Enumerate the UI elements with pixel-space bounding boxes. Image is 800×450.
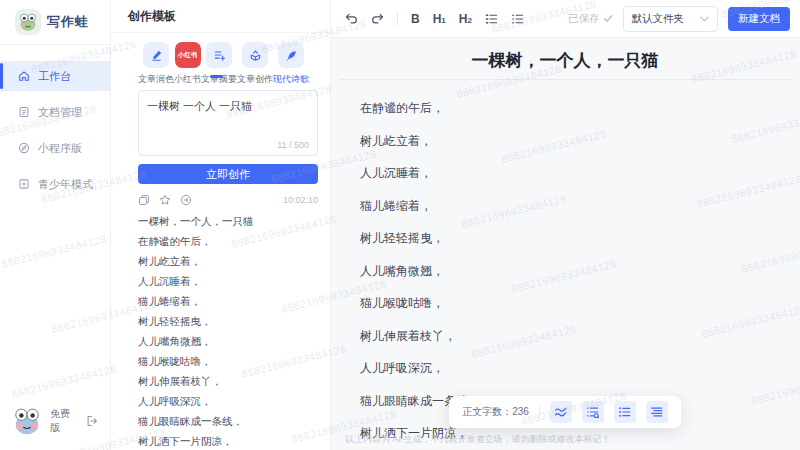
save-status: 已保存 — [568, 12, 613, 26]
paragraph: 在静谧的午后， — [360, 102, 800, 114]
floating-ai-toolbar: 正文字数：236 — [449, 396, 681, 428]
paragraph: 树儿轻轻摇曳， — [360, 232, 800, 244]
tabs-scroll-indicator — [210, 75, 223, 78]
folder-select[interactable]: 默认文件夹 — [623, 6, 719, 32]
create-now-button[interactable]: 立即创作 — [138, 164, 318, 184]
panel-title: 创作模板 — [110, 0, 330, 33]
document-body: 在静谧的午后， 树儿屹立着， 人儿沉睡着， 猫儿蜷缩着， 树儿轻轻摇曳， 人儿嘴… — [330, 80, 800, 439]
sidebar-item-miniapp[interactable]: 小程序版 — [0, 133, 110, 163]
template-panel: 创作模板 文章润色 小红书 小红书 文章摘要 文章创作 — [110, 0, 331, 450]
star-icon[interactable] — [159, 194, 171, 206]
result-line: 在静谧的午后， — [138, 236, 318, 247]
summarize-icon[interactable] — [582, 401, 604, 423]
ordered-list-icon[interactable] — [485, 13, 498, 25]
teen-mode-icon — [18, 178, 30, 190]
result-line: 猫儿喉咙咕噜， — [138, 356, 318, 367]
folder-select-value: 默认文件夹 — [632, 12, 685, 26]
bold-icon[interactable]: B — [411, 13, 420, 25]
xiaohongshu-icon: 小红书 — [175, 42, 201, 68]
result-lines: 一棵树，一个人，一只猫 在静谧的午后， 树儿屹立着， 人儿沉睡着， 猫儿蜷缩着，… — [138, 216, 318, 447]
ai-disclaimer: 以上内容为 AI 生成，不代表开发者立场，请勿删除或修改本标记！ — [345, 433, 611, 446]
continue-writing-icon[interactable] — [550, 401, 572, 423]
result-line: 人儿呼吸深沉， — [138, 396, 318, 407]
prompt-input[interactable]: 一棵树 一个人 一只猫 — [139, 91, 317, 137]
copy-icon[interactable] — [138, 194, 150, 206]
result-line: 树儿屹立着， — [138, 256, 318, 267]
compass-icon — [18, 142, 30, 154]
toolbar-divider — [539, 406, 540, 419]
home-icon — [18, 70, 30, 82]
sidebar-item-label: 青少年模式 — [38, 177, 93, 192]
tab-polish[interactable]: 文章润色 — [138, 42, 174, 86]
logout-icon[interactable] — [86, 415, 98, 427]
insert-arrow-icon[interactable] — [180, 194, 192, 206]
paragraph: 猫儿蜷缩着， — [360, 200, 800, 212]
sidebar-item-label: 文档管理 — [38, 105, 82, 120]
toolbar-divider — [397, 12, 398, 26]
paragraph: 树儿屹立着， — [360, 135, 800, 147]
template-tabs: 文章润色 小红书 小红书 文章摘要 文章创作 现代诗歌 — [110, 33, 330, 86]
summary-list-icon — [206, 42, 232, 68]
chevron-down-icon — [700, 16, 709, 22]
undo-icon[interactable] — [345, 13, 358, 24]
tab-summary[interactable]: 文章摘要 — [201, 42, 237, 86]
unordered-list-icon[interactable] — [511, 13, 524, 25]
tab-label: 小红书 — [174, 73, 201, 86]
app-logo: 写作蛙 — [0, 0, 110, 45]
user-avatar[interactable] — [12, 406, 42, 436]
editor-toolbar: B H1 H2 已保存 默认文件夹 新建文档 — [330, 0, 800, 38]
heading2-icon[interactable]: H2 — [459, 13, 472, 25]
frog-mascot-icon — [15, 9, 41, 35]
tab-article-create[interactable]: 文章创作 — [237, 42, 273, 86]
paragraph: 人儿呼吸深沉， — [360, 362, 800, 374]
result-line: 人儿沉睡着， — [138, 276, 318, 287]
result-timestamp: 10:02:10 — [283, 195, 318, 205]
result-line: 猫儿蜷缩着， — [138, 296, 318, 307]
document-canvas[interactable]: 一棵树，一个人，一只猫 在静谧的午后， 树儿屹立着， 人儿沉睡着， 猫儿蜷缩着，… — [330, 38, 800, 450]
sidebar-item-teen-mode[interactable]: 青少年模式 — [0, 169, 110, 199]
sidebar-footer: 免费版 — [0, 398, 110, 444]
inkbox-icon — [242, 42, 268, 68]
paragraph: 猫儿喉咙咕噜， — [360, 297, 800, 309]
tab-xiaohongshu[interactable]: 小红书 小红书 — [174, 42, 201, 86]
generation-result: 10:02:10 一棵树，一个人，一只猫 在静谧的午后， 树儿屹立着， 人儿沉睡… — [138, 193, 318, 450]
outline-icon[interactable] — [646, 401, 668, 423]
sidebar: 写作蛙 工作台 文档管理 小程序版 青少年模式 — [0, 0, 111, 450]
pen-icon — [143, 42, 169, 68]
result-line: 树儿伸展着枝丫， — [138, 376, 318, 387]
bullet-list-icon[interactable] — [614, 401, 636, 423]
sidebar-item-workbench[interactable]: 工作台 — [0, 61, 110, 91]
result-line: 一棵树，一个人，一只猫 — [138, 216, 318, 227]
tab-label: 文章润色 — [138, 73, 174, 86]
prompt-input-card: 一棵树 一个人 一只猫 11 / 500 — [138, 90, 318, 156]
paragraph: 树儿伸展着枝丫， — [360, 330, 800, 342]
char-counter: 11 / 500 — [277, 140, 309, 150]
sidebar-item-label: 小程序版 — [38, 141, 82, 156]
result-line: 猫儿眼睛眯成一条线， — [138, 416, 318, 427]
tab-modern-poetry[interactable]: 现代诗歌 — [273, 42, 309, 86]
paragraph: 人儿沉睡着， — [360, 167, 800, 179]
editor: B H1 H2 已保存 默认文件夹 新建文档 一棵树，一个人，一只猫 — [330, 0, 800, 450]
redo-icon[interactable] — [371, 13, 384, 24]
result-line: 树儿洒下一片阴凉， — [138, 436, 318, 447]
check-icon — [603, 14, 613, 23]
heading1-icon[interactable]: H1 — [433, 13, 446, 25]
word-count: 正文字数：236 — [462, 405, 529, 419]
paragraph: 人儿嘴角微翘， — [360, 265, 800, 277]
sidebar-item-doc-management[interactable]: 文档管理 — [0, 97, 110, 127]
tab-label: 文章创作 — [237, 73, 273, 86]
app-title: 写作蛙 — [47, 13, 89, 31]
document-title: 一棵树，一个人，一只猫 — [330, 51, 800, 71]
toolbar-right: 已保存 默认文件夹 新建文档 — [568, 6, 790, 32]
plan-badge: 免费版 — [50, 407, 78, 435]
result-line: 人儿嘴角微翘， — [138, 336, 318, 347]
sidebar-menu: 工作台 文档管理 小程序版 青少年模式 — [0, 61, 110, 199]
result-line: 树儿轻轻摇曳， — [138, 316, 318, 327]
quill-icon — [278, 42, 304, 68]
tab-label: 现代诗歌 — [273, 73, 309, 86]
sidebar-item-label: 工作台 — [38, 69, 71, 84]
document-icon — [18, 106, 30, 118]
result-toolbar: 10:02:10 — [138, 193, 318, 207]
new-document-button[interactable]: 新建文档 — [728, 7, 790, 31]
